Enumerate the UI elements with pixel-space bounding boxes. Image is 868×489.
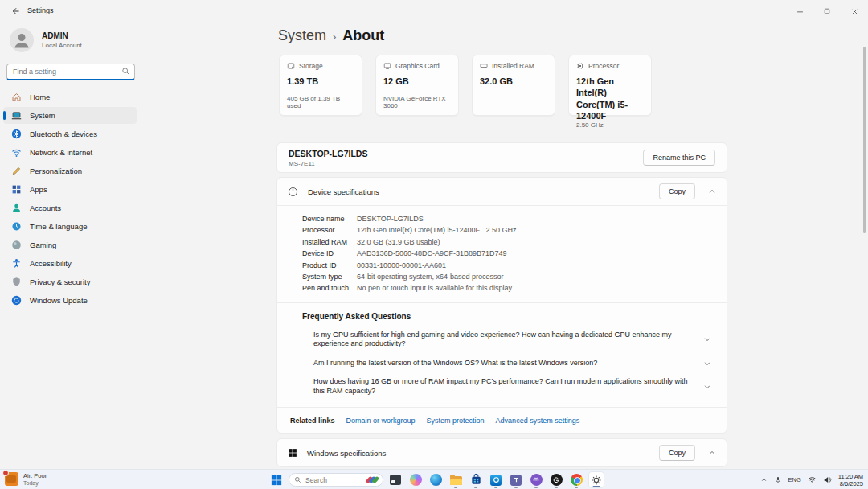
section-title: Device specifications <box>308 187 379 196</box>
microphone-tray-button[interactable] <box>774 476 782 484</box>
sidebar-item-network-internet[interactable]: Network & internet <box>3 144 137 161</box>
overview-cards: Storage 1.39 TB 405 GB of 1.39 TB used G… <box>279 55 727 116</box>
copy-device-specs-button[interactable]: Copy <box>659 183 695 199</box>
edge-button[interactable] <box>428 471 444 488</box>
sidebar-item-accessibility[interactable]: Accessibility <box>3 255 137 272</box>
spec-row: Device nameDESKTOP-LG7ILDS <box>302 213 714 224</box>
sidebar-item-bluetooth-devices[interactable]: Bluetooth & devices <box>3 125 137 142</box>
windows-settings-screen: { "titlebar": { "title": "Settings", "ba… <box>0 0 868 489</box>
chevron-up-icon[interactable] <box>708 187 716 195</box>
system-tray: ENG 11:20 AM 8/6/2025 <box>760 470 863 489</box>
close-icon <box>850 7 859 16</box>
gaming-icon <box>11 240 22 250</box>
file-explorer-button[interactable] <box>448 471 464 488</box>
sidebar-item-label: Accounts <box>30 203 61 212</box>
card-label: Graphics Card <box>395 62 440 70</box>
chrome-icon <box>571 474 583 486</box>
related-links-label: Related links <box>290 417 335 425</box>
settings-app-button[interactable] <box>588 471 604 488</box>
wifi-tray-button[interactable] <box>808 475 817 484</box>
copilot-icon <box>410 474 422 486</box>
user-account-type: Local Account <box>42 42 82 49</box>
installed-ram-icon <box>480 62 488 70</box>
taskbar-search-input[interactable] <box>305 476 355 484</box>
tray-overflow-button[interactable] <box>760 476 768 483</box>
maximize-icon <box>823 7 831 15</box>
back-arrow-icon <box>10 6 20 16</box>
windows-specifications-header[interactable]: Windows specifications Copy <box>276 438 727 467</box>
sidebar-item-apps[interactable]: Apps <box>3 181 137 198</box>
device-name: DESKTOP-LG7ILDS <box>289 149 367 158</box>
volume-tray-button[interactable] <box>823 475 832 484</box>
maximize-button[interactable] <box>813 0 841 23</box>
vertical-scrollbar[interactable] <box>863 47 866 233</box>
sidebar-item-personalization[interactable]: Personalization <box>3 162 137 179</box>
sidebar-item-windows-update[interactable]: Windows Update <box>3 292 137 309</box>
outlook-button[interactable] <box>488 471 504 488</box>
faq-question-windows-version[interactable]: Am I running the latest version of the W… <box>302 359 715 368</box>
language-indicator[interactable]: ENG <box>788 476 801 483</box>
chevron-down-icon[interactable] <box>703 383 711 391</box>
link-advanced-system-settings[interactable]: Advanced system settings <box>496 417 580 425</box>
store-button[interactable] <box>468 471 484 488</box>
link-system-protection[interactable]: System protection <box>427 417 485 425</box>
sidebar-item-label: System <box>30 111 55 120</box>
faq-question-ram[interactable]: How does having 16 GB or more of RAM imp… <box>302 377 715 396</box>
clock[interactable]: 11:20 AM 8/6/2025 <box>838 473 863 487</box>
breadcrumb-parent[interactable]: System <box>278 27 326 44</box>
taskbar-search[interactable] <box>289 473 383 487</box>
device-name-card: DESKTOP-LG7ILDS MS-7E11 Rename this PC <box>276 142 727 173</box>
user-account[interactable]: ADMIN Local Account <box>10 28 82 52</box>
sidebar-item-privacy-security[interactable]: Privacy & security <box>3 273 137 290</box>
faq-question-gpu[interactable]: Is my GPU sufficient for high end gaming… <box>302 331 715 349</box>
start-button[interactable] <box>268 471 285 488</box>
link-domain-or-workgroup[interactable]: Domain or workgroup <box>346 417 416 425</box>
g-app-button[interactable] <box>548 471 564 488</box>
edge-icon <box>430 474 442 486</box>
faq-title: Frequently Asked Questions <box>302 312 715 321</box>
breadcrumb: System › About <box>278 27 727 44</box>
sidebar-item-accounts[interactable]: Accounts <box>3 199 137 216</box>
task-view-icon <box>390 475 401 485</box>
accessibility-icon <box>11 258 22 269</box>
graphics-card-card: Graphics Card 12 GB NVIDIA GeForce RTX 3… <box>375 55 459 116</box>
sidebar-item-label: Windows Update <box>30 296 88 305</box>
main-content: System › About Storage 1.39 TB 405 GB of… <box>276 23 727 467</box>
chrome-button[interactable] <box>568 471 584 488</box>
sidebar-item-system[interactable]: System <box>3 107 137 124</box>
chevron-down-icon[interactable] <box>703 335 711 343</box>
teams-icon <box>510 475 522 486</box>
sidebar-item-home[interactable]: Home <box>3 88 137 105</box>
card-value: 1.39 TB <box>287 76 354 87</box>
wifi-icon <box>808 475 817 484</box>
mail-app-button[interactable] <box>528 471 544 488</box>
search-input[interactable] <box>6 64 135 80</box>
windows-update-icon <box>11 295 22 306</box>
rename-pc-button[interactable]: Rename this PC <box>643 150 715 166</box>
copy-windows-specs-button[interactable]: Copy <box>659 445 695 461</box>
close-button[interactable] <box>841 0 868 23</box>
device-specifications-header[interactable]: Device specifications Copy <box>277 178 727 205</box>
user-name: ADMIN <box>42 31 82 40</box>
back-button[interactable] <box>6 3 24 19</box>
copilot-button[interactable] <box>407 471 424 488</box>
search-icon <box>121 67 130 76</box>
device-specifications-section: Device specifications Copy Device nameDE… <box>276 177 727 434</box>
sidebar-item-time-language[interactable]: Time & language <box>3 218 137 235</box>
tray-time: 11:20 AM <box>838 473 863 480</box>
sidebar-item-label: Privacy & security <box>30 277 91 286</box>
processor-icon <box>576 62 584 70</box>
card-sub <box>480 102 547 109</box>
weather-widget[interactable]: Air: Poor Today <box>5 472 47 486</box>
task-view-button[interactable] <box>387 471 403 488</box>
chevron-up-icon[interactable] <box>708 449 716 457</box>
device-model: MS-7E11 <box>289 160 367 167</box>
teams-button[interactable] <box>508 471 524 488</box>
sidebar-item-gaming[interactable]: Gaming <box>3 236 137 253</box>
spec-row: Device IDAAD3136D-5060-48DC-A9CF-31B89B7… <box>302 248 714 259</box>
chevron-down-icon[interactable] <box>703 360 711 368</box>
minimize-button[interactable] <box>786 0 813 23</box>
home-icon <box>11 92 22 102</box>
accounts-icon <box>11 203 22 213</box>
windows-logo-icon <box>288 448 297 458</box>
